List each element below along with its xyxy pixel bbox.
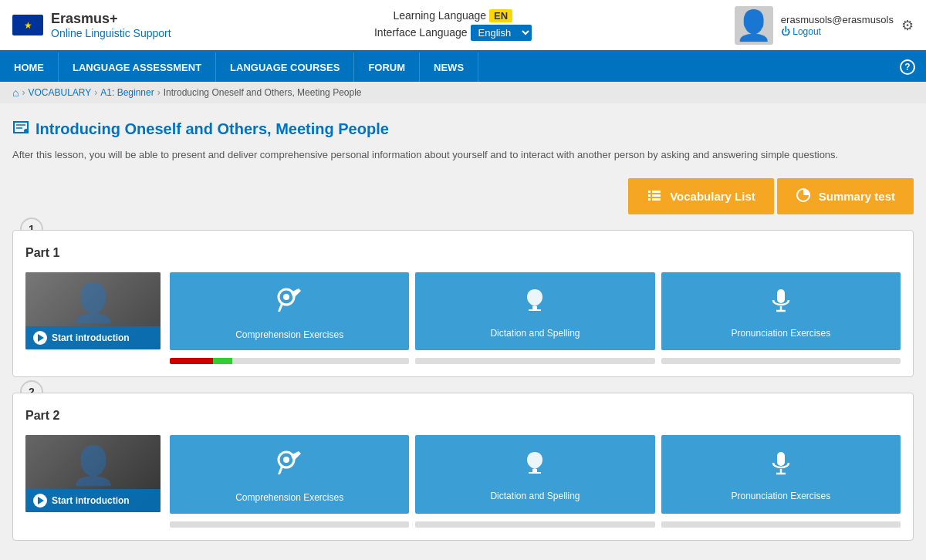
svg-point-11 bbox=[283, 294, 289, 300]
part-1-title: Part 1 bbox=[25, 246, 901, 260]
svg-rect-12 bbox=[532, 306, 537, 309]
header-right: 👤 erasmusols@erasmusols ⏻ Logout ⚙ bbox=[735, 6, 914, 45]
user-email: erasmusols@erasmusols bbox=[781, 14, 894, 25]
svg-text:★: ★ bbox=[24, 20, 32, 31]
svg-rect-6 bbox=[652, 194, 661, 197]
part-2-section: Part 2 👤 Start introduction bbox=[12, 393, 914, 541]
part-1-wrapper: 1 Part 1 👤 Start introduction bbox=[12, 230, 914, 378]
language-selector-area: Learning Language EN Interface Language … bbox=[374, 9, 532, 41]
breadcrumb-sep-1: › bbox=[22, 87, 25, 98]
vocabulary-list-button[interactable]: Vocabulary List bbox=[628, 178, 774, 214]
pronunciation-icon-2 bbox=[767, 449, 795, 483]
video-play-button-2[interactable]: Start introduction bbox=[25, 489, 161, 512]
erasmus-logo: Erasmus+ Online Linguistic Support bbox=[51, 11, 171, 39]
pie-chart-icon bbox=[796, 187, 811, 205]
page-title: Introducing Oneself and Others, Meeting … bbox=[12, 119, 914, 140]
svg-rect-8 bbox=[652, 198, 661, 201]
svg-rect-3 bbox=[648, 191, 651, 193]
breadcrumb: ⌂ › VOCABULARY › A1: Beginner › Introduc… bbox=[0, 82, 926, 103]
page-title-icon bbox=[12, 119, 29, 140]
nav-language-assessment[interactable]: LANGUAGE ASSESSMENT bbox=[59, 52, 216, 82]
main-content: Introducing Oneself and Others, Meeting … bbox=[0, 103, 926, 560]
part-2-video[interactable]: 👤 Start introduction bbox=[25, 435, 161, 512]
video-play-button[interactable]: Start introduction bbox=[25, 326, 161, 349]
comprehension-exercises-1[interactable]: Comprehension Exercises bbox=[170, 272, 409, 351]
breadcrumb-home-icon[interactable]: ⌂ bbox=[12, 86, 19, 99]
part-1-exercises: Comprehension Exercises Dictation and Sp… bbox=[170, 272, 901, 351]
breadcrumb-sep-2: › bbox=[94, 87, 97, 98]
breadcrumb-sep-3: › bbox=[157, 87, 161, 98]
logout-link[interactable]: ⏻ Logout bbox=[781, 26, 821, 37]
svg-rect-13 bbox=[529, 309, 541, 311]
page-description: After this lesson, you will be able to p… bbox=[12, 147, 914, 163]
pronunciation-exercises-2[interactable]: Pronunciation Exercises bbox=[661, 435, 901, 514]
part-1-content: 👤 Start introduction bbox=[25, 272, 901, 351]
svg-rect-21 bbox=[777, 452, 785, 466]
play-triangle-2 bbox=[38, 497, 44, 504]
progress-bar-1 bbox=[170, 358, 409, 364]
comprehension-label-1: Comprehension Exercises bbox=[235, 329, 343, 342]
nav-home[interactable]: HOME bbox=[0, 52, 59, 82]
nav-help[interactable]: ? bbox=[889, 52, 926, 82]
play-icon bbox=[33, 331, 47, 345]
comprehension-icon bbox=[274, 285, 305, 322]
pronunciation-exercises-1[interactable]: Pronunciation Exercises bbox=[661, 272, 901, 351]
part-2-exercises: Comprehension Exercises Dictation and Sp… bbox=[170, 435, 901, 514]
part-2-wrapper: 2 Part 2 👤 Start introduction bbox=[12, 393, 914, 541]
dictation-icon-2 bbox=[521, 449, 549, 483]
part-1-section: Part 1 👤 Start introduction bbox=[12, 230, 914, 378]
dictation-label-2: Dictation and Spelling bbox=[490, 491, 580, 503]
dictation-label-1: Dictation and Spelling bbox=[490, 328, 580, 340]
play-icon-2 bbox=[33, 494, 47, 508]
progress-bar-5 bbox=[415, 521, 654, 528]
video-person-2: 👤 bbox=[25, 435, 161, 497]
dictation-spelling-2[interactable]: Dictation and Spelling bbox=[415, 435, 654, 514]
list-icon bbox=[647, 187, 662, 205]
progress-bar-2 bbox=[415, 358, 654, 364]
vocab-button-label: Vocabulary List bbox=[670, 190, 755, 203]
breadcrumb-level[interactable]: A1: Beginner bbox=[100, 87, 154, 98]
help-circle-icon: ? bbox=[900, 59, 915, 75]
ols-label: Online Linguistic Support bbox=[51, 27, 171, 39]
page-title-text: Introducing Oneself and Others, Meeting … bbox=[35, 120, 389, 138]
progress-bar-3 bbox=[661, 358, 901, 364]
comprehension-exercises-2[interactable]: Comprehension Exercises bbox=[170, 435, 409, 514]
nav-language-courses[interactable]: LANGUAGE COURSES bbox=[216, 52, 354, 82]
pronunciation-label-1: Pronunciation Exercises bbox=[731, 328, 830, 340]
settings-icon[interactable]: ⚙ bbox=[901, 17, 914, 34]
learning-lang-badge: EN bbox=[489, 9, 512, 22]
breadcrumb-vocabulary[interactable]: VOCABULARY bbox=[28, 87, 91, 98]
power-icon: ⏻ bbox=[781, 26, 790, 37]
interface-lang-label: Interface Language bbox=[374, 26, 468, 39]
summary-button-label: Summary test bbox=[819, 190, 895, 203]
eu-flag-icon: ★ bbox=[12, 15, 43, 35]
dictation-icon bbox=[521, 286, 549, 320]
nav-bar: HOME LANGUAGE ASSESSMENT LANGUAGE COURSE… bbox=[0, 52, 926, 82]
interface-language-select[interactable]: English French German bbox=[471, 25, 532, 41]
logout-label: Logout bbox=[793, 26, 821, 37]
interface-language-row: Interface Language English French German bbox=[374, 25, 532, 41]
logo-area: ★ Erasmus+ Online Linguistic Support bbox=[12, 11, 171, 39]
play-triangle bbox=[38, 334, 44, 342]
nav-forum[interactable]: FORUM bbox=[354, 52, 420, 82]
svg-rect-14 bbox=[777, 289, 785, 303]
dictation-spelling-1[interactable]: Dictation and Spelling bbox=[415, 272, 654, 351]
breadcrumb-current: Introducing Oneself and Others, Meeting … bbox=[164, 87, 362, 98]
comprehension-label-2: Comprehension Exercises bbox=[235, 492, 343, 504]
summary-test-button[interactable]: Summary test bbox=[777, 178, 914, 214]
user-info: erasmusols@erasmusols ⏻ Logout bbox=[781, 14, 894, 37]
part-2-title: Part 2 bbox=[25, 409, 901, 423]
learning-lang-label: Learning Language bbox=[393, 9, 486, 22]
video-person: 👤 bbox=[25, 272, 161, 334]
part-2-content: 👤 Start introduction bbox=[25, 435, 901, 514]
part-1-progress bbox=[170, 358, 901, 364]
svg-rect-4 bbox=[652, 191, 661, 193]
svg-rect-5 bbox=[648, 194, 651, 197]
nav-news[interactable]: NEWS bbox=[420, 52, 478, 82]
learning-language-row: Learning Language EN bbox=[374, 9, 532, 22]
svg-rect-20 bbox=[529, 472, 541, 474]
erasmus-label: Erasmus+ bbox=[51, 11, 171, 27]
progress-bar-4 bbox=[170, 521, 409, 528]
part-1-video[interactable]: 👤 Start introduction bbox=[25, 272, 161, 349]
header: ★ Erasmus+ Online Linguistic Support Lea… bbox=[0, 0, 926, 52]
